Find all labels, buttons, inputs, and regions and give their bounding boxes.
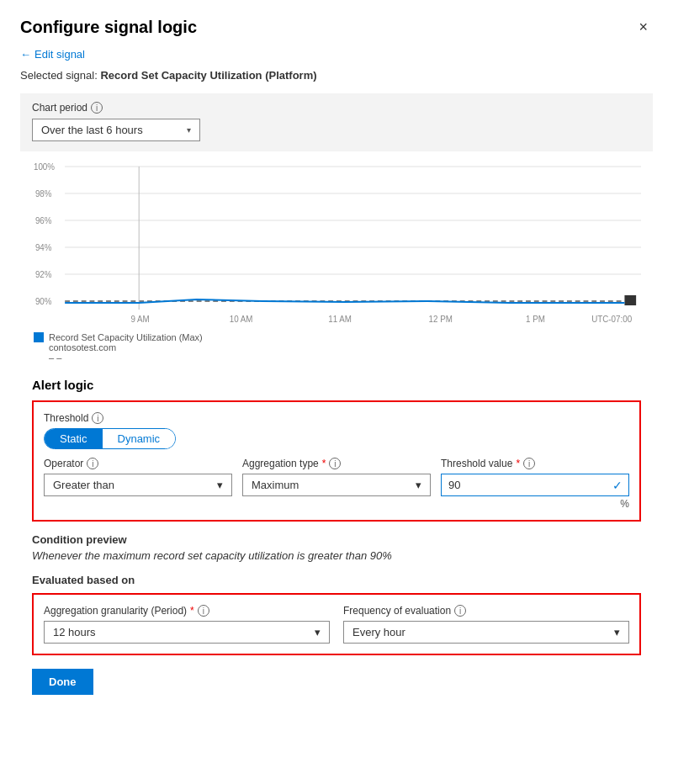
aggregation-type-info-icon: i bbox=[329, 458, 341, 469]
threshold-value-input[interactable] bbox=[441, 474, 629, 496]
chart-legend: Record Set Capacity Utilization (Max) co… bbox=[32, 332, 641, 363]
threshold-value-info-icon: i bbox=[523, 458, 535, 469]
close-button[interactable]: × bbox=[633, 17, 653, 38]
operator-label: Operator i bbox=[44, 458, 232, 469]
operator-dropdown[interactable]: Greater than ▾ bbox=[44, 474, 232, 496]
panel-header: Configure signal logic × bbox=[20, 17, 653, 38]
frequency-evaluation-field: Frequency of evaluation i Every hour ▾ bbox=[343, 605, 629, 644]
svg-text:92%: 92% bbox=[35, 270, 52, 279]
svg-text:10 AM: 10 AM bbox=[230, 315, 253, 324]
configure-signal-logic-panel: Configure signal logic × ← Edit signal S… bbox=[0, 0, 673, 725]
condition-preview-section: Condition preview Whenever the maximum r… bbox=[32, 533, 641, 562]
evaluated-based-on-title: Evaluated based on bbox=[32, 574, 641, 586]
chart-period-section: Chart period i Over the last 6 hours ▾ bbox=[20, 93, 653, 151]
chart-period-info-icon: i bbox=[91, 102, 103, 114]
aggregation-type-value: Maximum bbox=[252, 479, 299, 491]
alert-logic-box: Threshold i Static Dynamic Operator i Gr… bbox=[32, 400, 641, 522]
legend-color-box bbox=[34, 332, 44, 342]
threshold-value-field-group: Threshold value * i ✓ % bbox=[441, 458, 629, 510]
chevron-down-icon: ▾ bbox=[187, 125, 191, 135]
aggregation-type-dropdown[interactable]: Maximum ▾ bbox=[242, 474, 431, 496]
aggregation-type-chevron-icon: ▾ bbox=[416, 479, 421, 491]
threshold-value-label: Threshold value * i bbox=[441, 458, 629, 469]
svg-text:12 PM: 12 PM bbox=[429, 315, 453, 324]
threshold-toggle-group: Static Dynamic bbox=[44, 428, 176, 449]
aggregation-granularity-label: Aggregation granularity (Period) * i bbox=[44, 605, 330, 617]
aggregation-granularity-info-icon: i bbox=[198, 605, 209, 617]
percent-label: % bbox=[441, 498, 629, 510]
frequency-chevron-icon: ▾ bbox=[614, 626, 620, 638]
svg-rect-19 bbox=[624, 295, 636, 305]
aggregation-type-field-group: Aggregation type * i Maximum ▾ bbox=[242, 458, 431, 496]
operator-field-group: Operator i Greater than ▾ bbox=[44, 458, 232, 496]
alert-logic-title: Alert logic bbox=[32, 378, 641, 392]
chart-period-value: Over the last 6 hours bbox=[41, 124, 143, 136]
svg-text:11 AM: 11 AM bbox=[328, 315, 352, 324]
arrow-icon: ← bbox=[20, 48, 31, 61]
static-toggle-button[interactable]: Static bbox=[45, 429, 103, 448]
edit-signal-label: Edit signal bbox=[34, 48, 85, 61]
frequency-evaluation-label: Frequency of evaluation i bbox=[343, 605, 629, 617]
chart-legend-title: Record Set Capacity Utilization (Max) bbox=[49, 332, 203, 342]
dynamic-toggle-button[interactable]: Dynamic bbox=[103, 429, 176, 448]
edit-signal-link[interactable]: ← Edit signal bbox=[20, 48, 85, 61]
aggregation-type-label: Aggregation type * i bbox=[242, 458, 431, 469]
svg-text:UTC-07:00: UTC-07:00 bbox=[591, 315, 632, 324]
aggregation-granularity-field: Aggregation granularity (Period) * i 12 … bbox=[44, 605, 330, 644]
frequency-evaluation-value: Every hour bbox=[352, 626, 405, 638]
operator-value: Greater than bbox=[53, 479, 114, 491]
evaluated-based-on-section: Evaluated based on Aggregation granulari… bbox=[32, 574, 641, 655]
chart-area: 100% 98% 96% 94% 92% 90% 9 AM 10 AM 11 A… bbox=[20, 151, 653, 366]
svg-text:100%: 100% bbox=[34, 162, 55, 172]
aggregation-granularity-dropdown[interactable]: 12 hours ▾ bbox=[44, 621, 330, 644]
check-icon: ✓ bbox=[612, 479, 623, 492]
svg-text:98%: 98% bbox=[35, 189, 52, 199]
evaluated-box: Aggregation granularity (Period) * i 12 … bbox=[32, 593, 641, 655]
svg-text:96%: 96% bbox=[35, 216, 52, 225]
svg-text:94%: 94% bbox=[35, 243, 52, 252]
aggregation-granularity-chevron-icon: ▾ bbox=[315, 626, 321, 638]
aggregation-granularity-value: 12 hours bbox=[53, 626, 96, 638]
threshold-label: Threshold i bbox=[44, 412, 629, 424]
svg-text:9 AM: 9 AM bbox=[130, 315, 149, 324]
alert-fields-row: Operator i Greater than ▾ Aggregation ty… bbox=[44, 458, 629, 510]
condition-preview-title: Condition preview bbox=[32, 533, 641, 546]
frequency-info-icon: i bbox=[454, 605, 466, 617]
evaluated-fields-row: Aggregation granularity (Period) * i 12 … bbox=[44, 605, 629, 644]
done-button[interactable]: Done bbox=[32, 669, 93, 695]
selected-signal-info: Selected signal: Record Set Capacity Uti… bbox=[20, 69, 653, 82]
operator-info-icon: i bbox=[87, 458, 98, 469]
frequency-evaluation-dropdown[interactable]: Every hour ▾ bbox=[343, 621, 629, 644]
chart-legend-sub: contosotest.com bbox=[34, 342, 641, 352]
svg-text:90%: 90% bbox=[35, 297, 52, 306]
svg-text:1 PM: 1 PM bbox=[526, 315, 545, 324]
chart-period-dropdown[interactable]: Over the last 6 hours ▾ bbox=[32, 119, 200, 141]
operator-chevron-icon: ▾ bbox=[217, 479, 223, 491]
panel-title: Configure signal logic bbox=[20, 18, 197, 37]
threshold-info-icon: i bbox=[92, 412, 103, 424]
chart-svg: 100% 98% 96% 94% 92% 90% 9 AM 10 AM 11 A… bbox=[32, 158, 641, 326]
chart-period-label: Chart period i bbox=[32, 102, 641, 114]
threshold-input-wrapper: ✓ bbox=[441, 474, 629, 496]
chart-legend-dashes: – – bbox=[34, 352, 641, 363]
selected-signal-name: Record Set Capacity Utilization (Platfor… bbox=[100, 69, 316, 82]
condition-preview-text: Whenever the maximum record set capacity… bbox=[32, 549, 641, 562]
chart-legend-line: Record Set Capacity Utilization (Max) bbox=[34, 332, 641, 342]
footer: Done bbox=[32, 669, 641, 695]
